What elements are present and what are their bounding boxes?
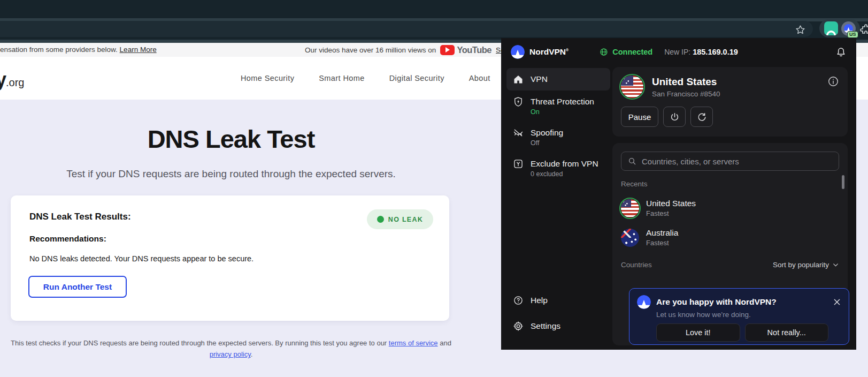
- nav-about[interactable]: About: [469, 74, 490, 82]
- disclosure-text: ensation from some providers below. Lear…: [0, 46, 157, 54]
- love-it-button[interactable]: Love it!: [656, 323, 740, 342]
- us-flag-icon: [621, 199, 639, 217]
- sidebar-item-threat-protection[interactable]: Threat Protection On: [506, 91, 610, 122]
- address-bar[interactable]: [0, 21, 813, 37]
- results-card: DNS Leak Test Results: NO LEAK Recommend…: [11, 195, 449, 321]
- nordvpn-brand: NordVPN®: [511, 45, 569, 59]
- help-icon: [513, 295, 524, 306]
- privacy-policy-link[interactable]: privacy policy: [210, 350, 251, 358]
- threat-protection-state: On: [531, 108, 594, 116]
- close-icon[interactable]: [833, 298, 841, 306]
- page-title: DNS Leak Test: [0, 124, 462, 154]
- results-title: DNS Leak Test Results:: [29, 212, 131, 222]
- nav-home-security[interactable]: Home Security: [241, 74, 294, 82]
- globe-icon: [600, 48, 608, 56]
- bookmark-star-icon[interactable]: [795, 24, 806, 35]
- nav-smart-home[interactable]: Smart Home: [319, 74, 364, 82]
- recent-united-states[interactable]: United States Fastest: [621, 193, 839, 223]
- page-subtitle: Test if your DNS requests are being rout…: [0, 168, 462, 180]
- eye-off-icon: [513, 127, 524, 138]
- nordvpn-panel: NordVPN® Connected New IP:185.169.0.19 V…: [501, 38, 856, 350]
- extensions-pill: US: [819, 19, 860, 37]
- connected-country: United States: [652, 76, 720, 88]
- new-ip: New IP:185.169.0.19: [664, 48, 738, 56]
- extensions-puzzle-icon[interactable]: [860, 24, 868, 36]
- scrollbar-thumb[interactable]: [842, 175, 844, 189]
- chevron-down-icon: [832, 261, 839, 268]
- recommendations-text: No DNS leaks detected. Your DNS requests…: [29, 254, 254, 263]
- connection-status: Connected: [600, 48, 652, 56]
- house-icon: [513, 74, 524, 85]
- connected-server: San Francisco #8540: [652, 90, 720, 98]
- nav-digital-security[interactable]: Digital Security: [389, 74, 444, 82]
- recent-australia[interactable]: Australia Fastest: [621, 223, 839, 252]
- disconnect-power-button[interactable]: [663, 107, 686, 127]
- learn-more-link[interactable]: Learn More: [120, 46, 157, 54]
- notifications-bell-icon[interactable]: [835, 47, 847, 58]
- site-logo[interactable]: y.org: [0, 69, 25, 91]
- vpn-sidebar-bottom: Help Settings: [513, 295, 560, 346]
- spoofing-state: Off: [531, 139, 563, 147]
- search-icon: [628, 157, 636, 165]
- youtube-logo[interactable]: YouTube: [440, 45, 491, 55]
- recents-list: United States Fastest Australia Fastest: [621, 193, 839, 252]
- au-flag-icon: [621, 229, 639, 247]
- sidebar-item-vpn[interactable]: VPN: [506, 68, 610, 91]
- connection-card: United States San Francisco #8540 Pause: [612, 67, 848, 137]
- page-footer: This test checks if your DNS requests ar…: [0, 337, 462, 360]
- nordvpn-logo-icon: [637, 295, 651, 309]
- nordvpn-logo-icon: [511, 45, 525, 59]
- youtube-promo: Our videos have over 16 million views on…: [305, 43, 516, 57]
- status-badge: NO LEAK: [367, 209, 433, 229]
- run-another-test-button[interactable]: Run Another Test: [28, 276, 127, 298]
- not-really-button[interactable]: Not really...: [745, 323, 829, 342]
- vpn-sidebar: VPN Threat Protection On: [506, 68, 610, 184]
- info-icon[interactable]: [827, 76, 839, 87]
- shield-bolt-icon: [513, 96, 524, 107]
- nordvpn-account-icon[interactable]: US: [841, 21, 856, 36]
- status-dot-icon: [377, 216, 384, 223]
- feedback-title: Are you happy with NordVPN?: [656, 297, 777, 307]
- us-flag-connected: [621, 76, 643, 98]
- nordvpn-extension-icon[interactable]: [824, 21, 838, 35]
- sidebar-item-exclude-from-vpn[interactable]: Exclude from VPN 0 excluded: [506, 153, 610, 184]
- help-item[interactable]: Help: [513, 295, 560, 306]
- settings-item[interactable]: Settings: [513, 321, 560, 331]
- youtube-promo-text: Our videos have over 16 million views on: [305, 46, 436, 54]
- connected-label: Connected: [612, 48, 652, 56]
- split-route-icon: [513, 159, 524, 169]
- nav-links: Home Security Smart Home Digital Securit…: [241, 57, 490, 100]
- reconnect-refresh-button[interactable]: [690, 107, 713, 127]
- ip-address: 185.169.0.19: [693, 48, 738, 56]
- us-region-badge: US: [847, 31, 858, 38]
- countries-label: Countries: [621, 261, 652, 269]
- pause-button[interactable]: Pause: [621, 107, 658, 127]
- recommendations-title: Recommendations:: [29, 234, 106, 244]
- browser-chrome: US: [0, 0, 868, 43]
- sidebar-item-spoofing[interactable]: Spoofing Off: [506, 122, 610, 153]
- youtube-play-icon: [440, 45, 455, 55]
- vpn-header: NordVPN® Connected New IP:185.169.0.19: [501, 38, 856, 66]
- terms-of-service-link[interactable]: terms of service: [389, 339, 438, 347]
- search-placeholder: Countries, cities, or servers: [642, 157, 739, 166]
- gear-icon: [513, 321, 524, 331]
- feedback-dialog: Are you happy with NordVPN? Let us know …: [629, 288, 849, 345]
- exclude-count: 0 excluded: [531, 170, 598, 178]
- sort-by-dropdown[interactable]: Sort by popularity: [773, 261, 839, 269]
- feedback-subtitle: Let us know how we're doing.: [656, 311, 841, 319]
- recents-label: Recents: [621, 180, 839, 188]
- server-search-input[interactable]: Countries, cities, or servers: [621, 152, 839, 171]
